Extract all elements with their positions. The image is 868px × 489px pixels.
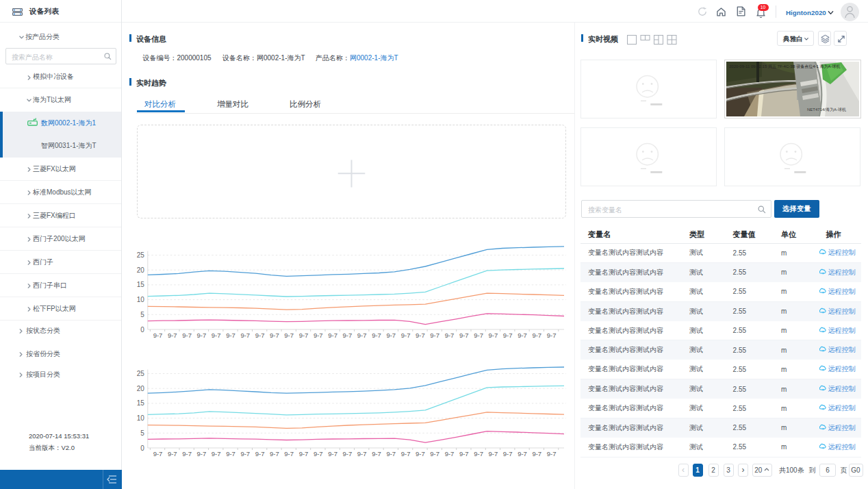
svg-text:9-7: 9-7 (314, 331, 323, 339)
svg-text:9-7: 9-7 (547, 331, 557, 339)
svg-text:9-7: 9-7 (182, 331, 192, 339)
svg-text:0: 0 (140, 444, 144, 452)
svg-text:NET4714/海为A-球机: NET4714/海为A-球机 (807, 107, 846, 112)
svg-text:9-7: 9-7 (489, 331, 498, 339)
svg-text:5: 5 (140, 429, 144, 437)
svg-text:9-7: 9-7 (197, 450, 207, 457)
svg-text:9-7: 9-7 (474, 450, 483, 457)
svg-text:9-7: 9-7 (547, 450, 557, 457)
svg-text:9-7: 9-7 (503, 450, 513, 457)
svg-text:9-7: 9-7 (343, 450, 353, 457)
svg-text:9-7: 9-7 (401, 450, 411, 457)
svg-text:9-7: 9-7 (430, 450, 439, 457)
svg-text:2020-09-11 09:42:15 周五 7F-4C-3: 2020-09-11 09:42:15 周五 7F-4C-3B 设备点位4-1 … (729, 64, 841, 69)
svg-text:9-7: 9-7 (372, 450, 381, 457)
svg-text:9-7: 9-7 (386, 331, 396, 339)
svg-text:9-7: 9-7 (240, 331, 250, 339)
svg-text:25: 25 (137, 370, 145, 377)
svg-text:9-7: 9-7 (532, 331, 541, 339)
svg-text:25: 25 (137, 251, 145, 259)
svg-text:9-7: 9-7 (226, 331, 235, 339)
svg-text:9-7: 9-7 (372, 331, 381, 339)
svg-text:10: 10 (137, 414, 145, 422)
svg-text:15: 15 (137, 281, 145, 288)
svg-text:9-7: 9-7 (255, 331, 265, 339)
svg-text:9-7: 9-7 (445, 450, 455, 457)
svg-text:9-7: 9-7 (270, 331, 279, 339)
svg-text:9-7: 9-7 (153, 450, 163, 457)
svg-text:9-7: 9-7 (357, 450, 367, 457)
svg-text:9-7: 9-7 (328, 331, 337, 339)
svg-text:9-7: 9-7 (416, 331, 425, 339)
svg-text:9-7: 9-7 (270, 450, 279, 457)
svg-text:9-7: 9-7 (153, 331, 163, 339)
svg-text:9-7: 9-7 (445, 331, 455, 339)
svg-text:9-7: 9-7 (255, 450, 265, 457)
svg-text:9-7: 9-7 (518, 450, 527, 457)
svg-text:9-7: 9-7 (168, 450, 177, 457)
svg-text:9-7: 9-7 (284, 331, 294, 339)
svg-text:9-7: 9-7 (532, 450, 541, 457)
svg-text:9-7: 9-7 (459, 331, 469, 339)
svg-text:9-7: 9-7 (328, 450, 337, 457)
svg-text:0: 0 (140, 326, 144, 334)
svg-text:20: 20 (137, 266, 145, 274)
svg-text:9-7: 9-7 (474, 331, 483, 339)
svg-text:9-7: 9-7 (343, 331, 353, 339)
svg-text:9-7: 9-7 (503, 331, 513, 339)
svg-text:5: 5 (140, 311, 144, 318)
svg-text:9-7: 9-7 (212, 331, 221, 339)
svg-text:9-7: 9-7 (168, 331, 177, 339)
svg-text:9-7: 9-7 (386, 450, 396, 457)
svg-text:9-7: 9-7 (357, 331, 367, 339)
svg-text:9-7: 9-7 (314, 450, 323, 457)
svg-text:9-7: 9-7 (401, 331, 411, 339)
svg-text:9-7: 9-7 (459, 450, 469, 457)
svg-text:9-7: 9-7 (197, 331, 207, 339)
svg-text:9-7: 9-7 (226, 450, 235, 457)
svg-text:9-7: 9-7 (299, 331, 309, 339)
svg-text:9-7: 9-7 (430, 331, 439, 339)
svg-text:9-7: 9-7 (416, 450, 425, 457)
svg-text:9-7: 9-7 (284, 450, 294, 457)
svg-text:9-7: 9-7 (489, 450, 498, 457)
svg-text:10: 10 (137, 296, 145, 303)
svg-text:9-7: 9-7 (212, 450, 221, 457)
svg-text:15: 15 (137, 399, 145, 407)
svg-text:20: 20 (137, 385, 145, 392)
svg-text:9-7: 9-7 (182, 450, 192, 457)
svg-text:9-7: 9-7 (299, 450, 309, 457)
svg-text:9-7: 9-7 (518, 331, 527, 339)
svg-text:9-7: 9-7 (240, 450, 250, 457)
